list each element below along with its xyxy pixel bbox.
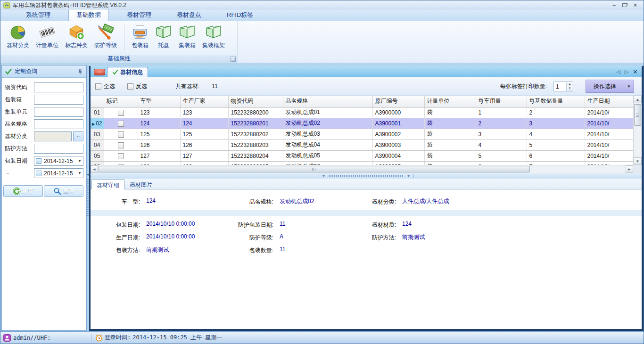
table-row[interactable]: 06128128152232880205发动机总成06A3900005袋6720… bbox=[91, 161, 633, 165]
detail-label: 包装日期: bbox=[95, 221, 140, 229]
column-header-8[interactable]: 每基数储备量 bbox=[527, 96, 585, 107]
panel-minimize-button[interactable]: — bbox=[94, 69, 105, 75]
spin-up-icon[interactable]: ▲ bbox=[567, 82, 573, 87]
checkbox-icon[interactable] bbox=[95, 83, 101, 90]
invert-selection-checkbox[interactable]: 反选 bbox=[127, 82, 147, 90]
pin-icon[interactable] bbox=[77, 68, 83, 75]
detail-label: 防护包装日期: bbox=[232, 221, 273, 229]
ribbon-tab-3[interactable]: 器材盘点 bbox=[169, 9, 209, 21]
checkbox-icon[interactable] bbox=[118, 153, 124, 159]
date-input-packing-date-to[interactable]: 2014-12-15▼ bbox=[34, 168, 83, 178]
ribbon-button-mark-type[interactable]: 标志种类 bbox=[62, 23, 91, 50]
login-time-value: 2014-12-15 09:25 上午 星期一 bbox=[132, 334, 222, 342]
next-tab-icon[interactable]: ▷ bbox=[625, 69, 628, 75]
print-qty-stepper[interactable]: 1 ▲▼ bbox=[553, 82, 573, 91]
close-icon[interactable]: × bbox=[634, 2, 637, 8]
detail-tab-1[interactable]: 器材图片 bbox=[124, 179, 157, 189]
table-cell: 124 bbox=[138, 118, 180, 129]
ribbon-button-container[interactable]: 集装箱 bbox=[175, 23, 199, 50]
column-header-3[interactable]: 物资代码 bbox=[228, 96, 283, 107]
row-number: 05 bbox=[91, 150, 104, 161]
minimize-icon[interactable]: – bbox=[612, 2, 616, 8]
horizontal-scrollbar[interactable]: ◄ ► bbox=[91, 165, 633, 173]
scroll-left-icon[interactable]: ◄ bbox=[91, 165, 98, 173]
select-all-checkbox[interactable]: 全选 bbox=[95, 82, 115, 90]
field-input-product-spec[interactable] bbox=[34, 119, 83, 129]
column-header-7[interactable]: 每车用量 bbox=[476, 96, 527, 107]
table-cell: 6 bbox=[527, 150, 585, 161]
table-cell: 5 bbox=[476, 150, 527, 161]
field-input-equipment-category[interactable] bbox=[34, 131, 72, 141]
detail-body: 车 型:124品名规格:发动机总成02器材分类:大件总成/大件总成包装日期:20… bbox=[91, 189, 642, 329]
field-input-container-unit[interactable] bbox=[34, 107, 83, 117]
scroll-right-icon[interactable]: ► bbox=[626, 165, 633, 173]
ribbon-button-packing-box[interactable]: 包装箱 bbox=[128, 23, 152, 50]
ribbon-button-container-frame[interactable]: 集装框架 bbox=[199, 23, 228, 50]
chevron-down-icon[interactable]: ▼ bbox=[624, 84, 634, 89]
table-row[interactable]: 04126126152232880203发动机总成04A3900003袋4520… bbox=[91, 139, 633, 150]
checkbox-icon[interactable] bbox=[36, 158, 41, 164]
table-row[interactable]: 05127127152232880204发动机总成05A3900004袋5620… bbox=[91, 150, 633, 161]
restore-icon[interactable] bbox=[622, 3, 627, 7]
checkbox-icon[interactable] bbox=[118, 121, 124, 127]
column-header-4[interactable]: 品名规格 bbox=[283, 96, 372, 107]
ellipsis-button[interactable]: ·· bbox=[73, 131, 83, 141]
field-input-material-code[interactable] bbox=[34, 82, 83, 92]
ribbon-button-equipment-category[interactable]: 器材分类 bbox=[3, 23, 33, 50]
ribbon-tab-4[interactable]: RFID标签 bbox=[219, 9, 261, 21]
checkbox-icon[interactable] bbox=[118, 131, 124, 138]
vscroll-thumb[interactable] bbox=[634, 104, 641, 126]
column-header-5[interactable]: 原厂编号 bbox=[372, 96, 424, 107]
table-row[interactable]: 03125125152232880202发动机总成03A3900002袋3420… bbox=[91, 129, 633, 139]
detail-splitter[interactable]: ▼ ▼ bbox=[91, 173, 642, 179]
prev-tab-icon[interactable]: ◁ bbox=[616, 69, 620, 75]
checkbox-icon[interactable] bbox=[118, 110, 124, 116]
table-row[interactable]: 01123123152232880200发动机总成01A3900000袋1220… bbox=[91, 107, 633, 118]
field-input-protection-method[interactable] bbox=[34, 144, 83, 154]
ribbon-tab-1[interactable]: 基础数据 bbox=[68, 9, 109, 21]
ribbon-tab-2[interactable]: 器材管理 bbox=[119, 9, 159, 21]
detail-row: 包装日期:2014/10/10 0:00:00防护包装日期:11器材材质:124 bbox=[95, 221, 642, 229]
sidebar-field-equipment-category: 器材分类·· bbox=[5, 131, 83, 141]
alarm-clock-icon bbox=[95, 334, 103, 342]
dialog-launcher-icon[interactable]: ◲ bbox=[231, 57, 236, 62]
workspace: 定制查询 物资代码包装箱集装单元品名规格器材分类··防护方法包装日期2014-1… bbox=[0, 63, 644, 331]
chevron-down-icon[interactable]: ▼ bbox=[78, 159, 82, 163]
sidebar-field-packing-date-from: 包装日期2014-12-15▼ bbox=[5, 156, 83, 166]
field-label: 品名规格 bbox=[5, 120, 34, 128]
table-row[interactable]: ▶02124124152232880201发动机总成02A3900001袋232… bbox=[91, 118, 633, 129]
collapse-up-icon[interactable]: ▼ bbox=[322, 174, 326, 178]
chevron-down-icon[interactable]: ▼ bbox=[78, 171, 82, 175]
column-header-2[interactable]: 生产厂家 bbox=[180, 96, 228, 107]
column-header-6[interactable]: 计量单位 bbox=[424, 96, 476, 107]
ribbon-button-pallet[interactable]: 托盘 bbox=[152, 23, 175, 50]
checkbox-icon[interactable] bbox=[36, 171, 41, 176]
action-select-button[interactable]: 操作选择 ▼ bbox=[586, 80, 634, 93]
checkbox-icon[interactable] bbox=[127, 83, 133, 90]
row-number: 01 bbox=[91, 107, 104, 118]
detail-tab-0[interactable]: 器材详细 bbox=[91, 179, 124, 189]
table-cell: 152232880205 bbox=[228, 161, 283, 165]
hscroll-thumb[interactable] bbox=[99, 166, 530, 172]
refresh-button[interactable]: 刷新 bbox=[3, 185, 43, 197]
detail-value: 大件总成/大件总成 bbox=[396, 197, 642, 205]
scroll-up-icon[interactable]: ▲ bbox=[634, 96, 642, 103]
column-header-0[interactable]: 标记 bbox=[104, 96, 138, 107]
detail-row: 包装方法:前期测试包装数量:11 bbox=[95, 246, 642, 254]
scroll-down-icon[interactable]: ▼ bbox=[634, 157, 642, 165]
field-input-packing-box[interactable] bbox=[34, 95, 83, 105]
sidebar-field-packing-date-to: －2014-12-15▼ bbox=[5, 168, 83, 178]
column-header-1[interactable]: 车型 bbox=[138, 96, 180, 107]
ribbon-tab-0[interactable]: 系统管理 bbox=[18, 9, 58, 21]
checkbox-icon[interactable] bbox=[118, 142, 124, 148]
vertical-scrollbar[interactable]: ▲ ▼ bbox=[633, 96, 642, 165]
date-input-packing-date-from[interactable]: 2014-12-15▼ bbox=[34, 156, 83, 166]
close-tab-icon[interactable]: ✕ bbox=[633, 68, 638, 75]
column-header-9[interactable]: 生产日期 bbox=[585, 96, 633, 107]
collapse-down-icon[interactable]: ▼ bbox=[407, 174, 411, 178]
ribbon-button-measure-unit[interactable]: 计量单位 bbox=[33, 23, 62, 50]
query-button[interactable]: 查询 bbox=[44, 185, 83, 197]
ribbon-button-protection-level[interactable]: 防护等级 bbox=[91, 23, 120, 50]
spin-down-icon[interactable]: ▼ bbox=[567, 86, 573, 91]
tab-equipment-info[interactable]: 器材信息 bbox=[107, 67, 148, 77]
